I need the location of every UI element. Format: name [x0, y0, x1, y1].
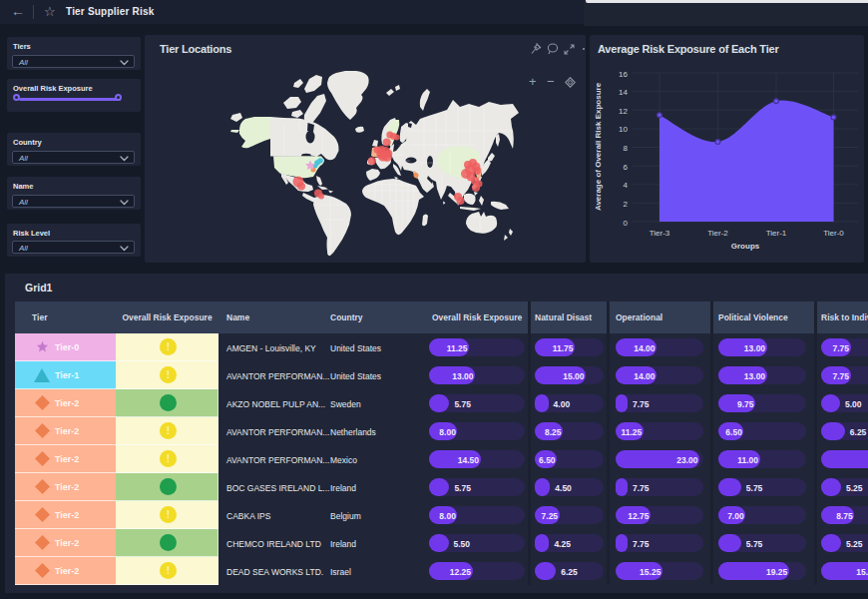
svg-text:Average of Overall Risk Exposu: Average of Overall Risk Exposure — [594, 82, 603, 211]
svg-text:2: 2 — [624, 200, 629, 209]
svg-text:4: 4 — [624, 181, 629, 190]
svg-text:12: 12 — [619, 107, 628, 116]
svg-text:10: 10 — [619, 125, 628, 134]
svg-text:Groups: Groups — [731, 242, 760, 251]
svg-text:Tier-0: Tier-0 — [823, 229, 844, 238]
svg-text:6: 6 — [624, 163, 629, 172]
svg-text:8: 8 — [624, 144, 629, 153]
svg-text:Tier-1: Tier-1 — [766, 229, 787, 238]
svg-text:0: 0 — [624, 219, 629, 228]
svg-text:14: 14 — [619, 88, 628, 97]
svg-text:16: 16 — [619, 70, 628, 79]
svg-text:Tier-2: Tier-2 — [707, 229, 728, 238]
svg-text:Tier-3: Tier-3 — [650, 229, 670, 238]
